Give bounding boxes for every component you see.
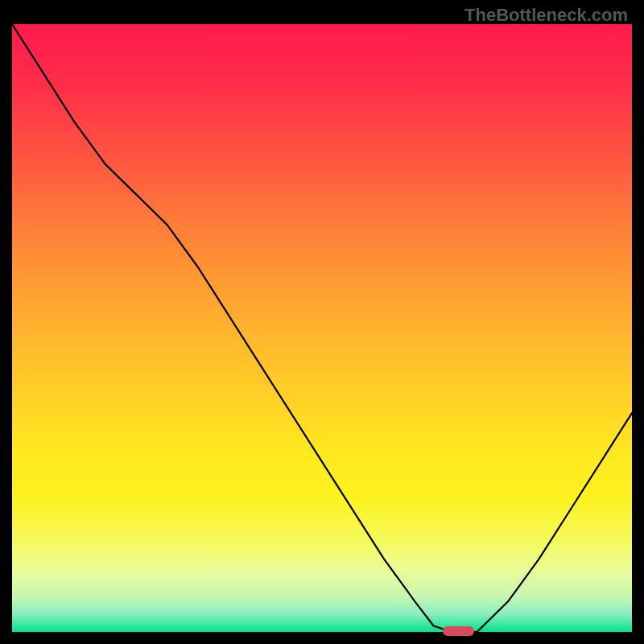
optimal-marker (443, 626, 474, 636)
plot-area (12, 24, 632, 632)
watermark-text: TheBottleneck.com (464, 5, 628, 26)
bottleneck-curve-svg (12, 24, 632, 632)
bottleneck-curve-path (12, 24, 632, 632)
